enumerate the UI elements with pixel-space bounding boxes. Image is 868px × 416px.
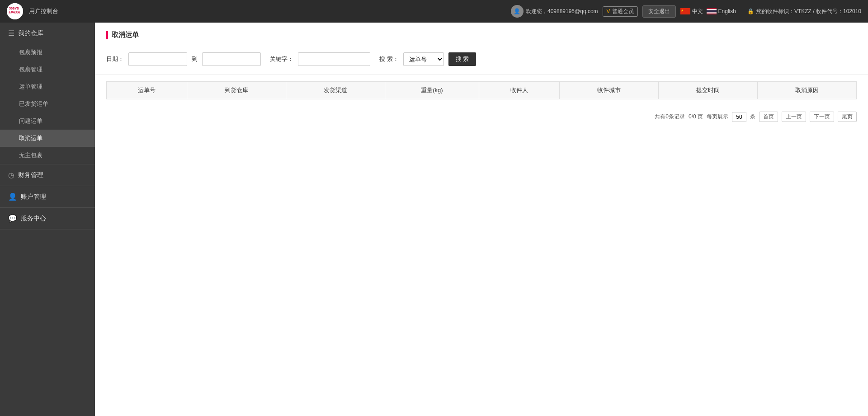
- avatar: 👤: [511, 5, 524, 18]
- sidebar-item-wenti-yudan[interactable]: 问题运单: [0, 112, 95, 130]
- lang-cn-label: 中文: [692, 8, 703, 15]
- search-button[interactable]: 搜 索: [448, 52, 476, 66]
- user-id-info: 🔒 您的收件标识：VTKZZ / 收件代号：102010: [747, 8, 861, 15]
- member-label: 普通会员: [612, 8, 634, 15]
- welcome-text: 欢迎您，409889195@qq.com: [526, 8, 598, 15]
- col-quxiao-yuanyin: 取消原因: [757, 82, 856, 99]
- flag-th-icon: [707, 8, 717, 14]
- per-page-unit: 条: [750, 113, 755, 121]
- app-title: 用户控制台: [29, 7, 58, 15]
- logout-button[interactable]: 安全退出: [642, 5, 676, 18]
- col-zhongliang: 重量(kg): [385, 82, 479, 99]
- lang-cn-button[interactable]: 中文: [680, 8, 703, 15]
- sidebar-item-quxiao-yudan[interactable]: 取消运单: [0, 130, 95, 147]
- first-page-button[interactable]: 首页: [759, 112, 778, 122]
- lang-switcher: 中文 English: [680, 8, 736, 15]
- col-shoujian-ren: 收件人: [479, 82, 559, 99]
- keyword-label: 关键字：: [270, 55, 293, 63]
- sidebar-section-warehouse: ☰ 我的仓库 包裹预报 包裹管理 运单管理 已发货运单 问题运单 取消运单: [0, 23, 95, 164]
- sidebar-item-yifahuo-yudan[interactable]: 已发货运单: [0, 95, 95, 112]
- sidebar-header-warehouse[interactable]: ☰ 我的仓库: [0, 23, 95, 44]
- page-title-bar: 取消运单: [106, 31, 139, 39]
- pagination: 共有0条记录 0/0 页 每页展示 条 首页 上一页 下一页 尾页: [95, 106, 868, 127]
- search-type-label: 搜 索：: [379, 55, 399, 63]
- keyword-input[interactable]: [298, 52, 370, 66]
- page-header: 取消运单: [95, 23, 868, 44]
- data-table: 运单号 到货仓库 发货渠道 重量(kg) 收件人 收件城市 提交时间 取消原因: [106, 81, 857, 99]
- last-page-button[interactable]: 尾页: [838, 112, 857, 122]
- sidebar: ☰ 我的仓库 包裹预报 包裹管理 运单管理 已发货运单 问题运单 取消运单: [0, 23, 95, 416]
- layout: ☰ 我的仓库 包裹预报 包裹管理 运单管理 已发货运单 问题运单 取消运单: [0, 23, 868, 416]
- prev-page-button[interactable]: 上一页: [782, 112, 806, 122]
- search-type-select[interactable]: 运单号 收件人 收件城市: [403, 52, 444, 66]
- col-daohuo-cangku: 到货仓库: [187, 82, 286, 99]
- sidebar-item-baobao-guanli[interactable]: 包裹管理: [0, 61, 95, 78]
- col-fahuo-qudao: 发货渠道: [286, 82, 385, 99]
- member-badge: V 普通会员: [603, 6, 638, 17]
- sidebar-section-service: 💬 服务中心: [0, 208, 95, 229]
- sidebar-item-baobao-yubao[interactable]: 包裹预报: [0, 44, 95, 61]
- page-info: 0/0 页: [689, 113, 703, 121]
- logo-area: 56SYS 全景物流通 用户控制台: [7, 3, 58, 19]
- logo-icon: 56SYS 全景物流通: [7, 3, 23, 19]
- lang-en-button[interactable]: English: [707, 8, 736, 14]
- lang-en-label: English: [718, 8, 736, 14]
- sidebar-finance-label: 财务管理: [18, 171, 43, 179]
- svg-rect-6: [707, 9, 717, 10]
- header: 56SYS 全景物流通 用户控制台 👤 欢迎您，409889195@qq.com…: [0, 0, 868, 23]
- main-content: 取消运单 日期： 到 关键字： 搜 索： 运单号 收件人 收件城市 搜 索: [95, 23, 868, 416]
- user-info: 👤 欢迎您，409889195@qq.com: [511, 5, 598, 18]
- search-bar: 日期： 到 关键字： 搜 索： 运单号 收件人 收件城市 搜 索: [95, 44, 868, 75]
- warehouse-icon: ☰: [8, 29, 14, 37]
- col-yudan-hao: 运单号: [107, 82, 187, 99]
- col-shoujian-chengshi: 收件城市: [559, 82, 658, 99]
- title-accent: [106, 31, 108, 39]
- sidebar-header-account[interactable]: 👤 账户管理: [0, 186, 95, 207]
- table-header-row: 运单号 到货仓库 发货渠道 重量(kg) 收件人 收件城市 提交时间 取消原因: [107, 82, 857, 99]
- sidebar-header-service[interactable]: 💬 服务中心: [0, 208, 95, 229]
- sidebar-account-label: 账户管理: [21, 193, 46, 201]
- date-to-input[interactable]: [202, 52, 261, 66]
- sidebar-item-wuzhu-baoguo[interactable]: 无主包裹: [0, 147, 95, 164]
- to-label: 到: [192, 55, 198, 63]
- table-container: 运单号 到货仓库 发货渠道 重量(kg) 收件人 收件城市 提交时间 取消原因: [95, 75, 868, 106]
- sidebar-service-label: 服务中心: [21, 215, 46, 223]
- page-title: 取消运单: [112, 31, 139, 39]
- finance-icon: ◷: [8, 171, 14, 179]
- table-head: 运单号 到货仓库 发货渠道 重量(kg) 收件人 收件城市 提交时间 取消原因: [107, 82, 857, 99]
- svg-rect-8: [707, 12, 717, 13]
- sidebar-warehouse-label: 我的仓库: [18, 29, 43, 37]
- sidebar-item-yudan-guanli[interactable]: 运单管理: [0, 78, 95, 95]
- total-records: 共有0条记录: [655, 113, 685, 121]
- next-page-button[interactable]: 下一页: [810, 112, 834, 122]
- account-icon: 👤: [8, 192, 17, 201]
- col-tijiao-shijian: 提交时间: [658, 82, 757, 99]
- date-label: 日期：: [106, 55, 124, 63]
- user-id-text: 您的收件标识：VTKZZ / 收件代号：102010: [756, 8, 861, 15]
- svg-rect-7: [707, 10, 717, 13]
- per-page-input[interactable]: [732, 112, 746, 122]
- svg-text:56SYS: 56SYS: [9, 7, 19, 10]
- sidebar-header-finance[interactable]: ◷ 财务管理: [0, 164, 95, 186]
- svg-text:全景物流通: 全景物流通: [9, 11, 20, 14]
- per-page-label: 每页展示: [707, 113, 728, 121]
- svg-rect-3: [680, 8, 690, 14]
- sidebar-section-finance: ◷ 财务管理: [0, 164, 95, 186]
- service-icon: 💬: [8, 214, 17, 223]
- date-from-input[interactable]: [128, 52, 187, 66]
- flag-cn-icon: [680, 8, 690, 14]
- sidebar-section-account: 👤 账户管理: [0, 186, 95, 208]
